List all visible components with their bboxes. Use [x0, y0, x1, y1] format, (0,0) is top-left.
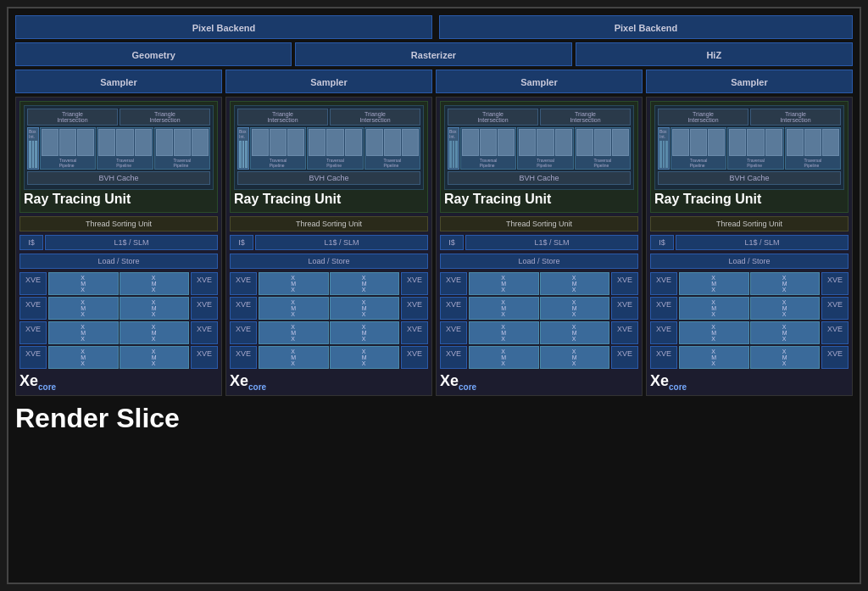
- rtu-inner-3: TriangleIntersection TriangleIntersectio…: [654, 105, 844, 190]
- cache-row-1: I$ L1$ / SLM: [230, 235, 428, 250]
- rtu-title-1: Ray Tracing Unit: [234, 192, 424, 207]
- hiz-label: HiZ: [706, 50, 721, 60]
- pixel-backend-right-label: Pixel Backend: [615, 23, 678, 33]
- cores-row: TriangleIntersection TriangleIntersectio…: [15, 97, 853, 396]
- slm-2: L1$ / SLM: [465, 235, 638, 250]
- rasterizer-label: Rasterizer: [411, 50, 456, 60]
- xve-center-0-1: XMX XMX: [48, 297, 189, 320]
- xve-0-3-left: XVE: [19, 346, 47, 369]
- tp-0-1: TraversalPipeline: [97, 127, 153, 170]
- tsu-0: Thread Sorting Unit: [19, 216, 218, 231]
- xve-row-0-2: XVE XMX XMX XVE: [19, 321, 218, 344]
- rtu-inner-1: TriangleIntersection TriangleIntersectio…: [234, 105, 424, 190]
- ls-3: Load / Store: [650, 254, 849, 269]
- slm-1: L1$ / SLM: [255, 235, 428, 250]
- xve-row-2-1: XVE XMXXMX XVE: [440, 297, 638, 320]
- geo-rast-hiz-row: Geometry Rasterizer HiZ: [15, 42, 853, 66]
- tri-int-1-0: TriangleIntersection: [237, 109, 328, 125]
- tp-0-2: TraversalPipeline: [154, 127, 210, 170]
- xve-1-0-right: XVE: [401, 272, 428, 295]
- cache-row-3: I$ L1$ / SLM: [650, 235, 849, 250]
- xe-label-2: Xecore: [440, 372, 638, 392]
- xve-row-1-0: XVE XMXXMX XVE: [230, 272, 428, 295]
- hiz-box: HiZ: [576, 42, 853, 66]
- tri-int-row-0: TriangleIntersection TriangleIntersectio…: [27, 109, 210, 125]
- sampler-3-label: Sampler: [731, 77, 767, 87]
- xve-0-2-right: XVE: [191, 321, 218, 344]
- tri-int-1-1: TriangleIntersection: [330, 109, 420, 125]
- xe-core-2: TriangleIntersection TriangleIntersectio…: [436, 97, 643, 396]
- tri-int-3-0: TriangleIntersection: [658, 109, 748, 125]
- rtu-2: TriangleIntersection TriangleIntersectio…: [440, 101, 638, 213]
- cache-row-2: I$ L1$ / SLM: [440, 235, 638, 250]
- sampler-1: Sampler: [225, 70, 432, 93]
- sampler-0: Sampler: [15, 70, 222, 93]
- render-slice-label: Render Slice: [15, 403, 180, 433]
- tp-1-1: TraversalPipeline: [307, 127, 363, 170]
- xve-row-0-0: XVE XMX XMX XVE: [19, 272, 218, 295]
- rtu-title-2: Ray Tracing Unit: [444, 192, 634, 207]
- xve-row-2-0: XVE XMXXMX XVE: [440, 272, 638, 295]
- bvh-cache-3: BVH Cache: [658, 171, 841, 185]
- main-container: Pixel Backend Pixel Backend Geometry Ras…: [7, 7, 861, 584]
- tri-int-3-1: TriangleIntersection: [750, 109, 841, 125]
- xe-label-3: Xecore: [650, 372, 849, 392]
- slm-0: L1$ / SLM: [45, 235, 218, 250]
- rtu-title-0: Ray Tracing Unit: [24, 192, 214, 207]
- tsu-3: Thread Sorting Unit: [650, 216, 849, 231]
- rtu-1: TriangleIntersection TriangleIntersectio…: [230, 101, 428, 213]
- xve-0-1-left: XVE: [19, 297, 47, 320]
- box-int-3-0: Box Int.: [658, 127, 670, 170]
- xve-row-0-1: XVE XMX XMX XVE: [19, 297, 218, 320]
- ls-1: Load / Store: [230, 254, 428, 269]
- tp-1-0: TraversalPipeline: [250, 127, 306, 170]
- rtu-title-3: Ray Tracing Unit: [654, 192, 844, 207]
- bvh-cache-1: BVH Cache: [237, 171, 420, 185]
- xve-row-3-2: XVE XMXXMX XVE: [650, 321, 849, 344]
- sampler-2: Sampler: [436, 70, 643, 93]
- xve-0-2-left: XVE: [19, 321, 47, 344]
- xve-row-2-2: XVE XMXXMX XVE: [440, 321, 638, 344]
- tri-int-2-0: TriangleIntersection: [448, 109, 538, 125]
- xve-cell-0-1-0: XMX: [48, 297, 119, 320]
- xve-cell-0-1-1: XMX: [120, 297, 190, 320]
- xve-0-1-right: XVE: [191, 297, 218, 320]
- tp-2-1: TraversalPipeline: [517, 127, 573, 170]
- xve-0-0-left: XVE: [19, 272, 47, 295]
- tri-int-row-1: TriangleIntersection TriangleIntersectio…: [237, 109, 420, 125]
- xve-row-2-3: XVE XMXXMX XVE: [440, 346, 638, 369]
- sampler-1-label: Sampler: [310, 77, 347, 87]
- tp-2-0: TraversalPipeline: [460, 127, 516, 170]
- ls-0: Load / Store: [19, 254, 218, 269]
- bvh-cache-0: BVH Cache: [27, 171, 210, 185]
- pixel-backend-right: Pixel Backend: [439, 15, 853, 39]
- xve-1-0-left: XVE: [230, 272, 257, 295]
- tri-int-2-1: TriangleIntersection: [540, 109, 631, 125]
- xve-row-0-3: XVE XMX XMX XVE: [19, 346, 218, 369]
- xe-core-1: TriangleIntersection TriangleIntersectio…: [225, 97, 432, 396]
- xve-cell-0-3-1: XMX: [120, 346, 190, 369]
- cache-row-0: I$ L1$ / SLM: [19, 235, 218, 250]
- box-int-1-0: Box Int.: [237, 127, 249, 170]
- xve-row-1-2: XVE XMXXMX XVE: [230, 321, 428, 344]
- xve-cell-0-2-1: XMX: [120, 321, 190, 344]
- rtu-3: TriangleIntersection TriangleIntersectio…: [650, 101, 849, 213]
- is-0: I$: [19, 235, 43, 250]
- bottom-title: Render Slice: [15, 403, 853, 434]
- rtu-inner-2: TriangleIntersection TriangleIntersectio…: [444, 105, 634, 190]
- is-2: I$: [440, 235, 464, 250]
- xe-label-1: Xecore: [230, 372, 428, 392]
- geometry-box: Geometry: [15, 42, 292, 66]
- tri-int-row-2: TriangleIntersection TriangleIntersectio…: [448, 109, 631, 125]
- tri-int-row-3: TriangleIntersection TriangleIntersectio…: [658, 109, 841, 125]
- ls-2: Load / Store: [440, 254, 638, 269]
- xve-center-0-0: XMX XMX: [48, 272, 189, 295]
- tri-int-0-0: TriangleIntersection: [27, 109, 118, 125]
- tp-0-0: TraversalPipeline: [40, 127, 96, 170]
- sampler-3: Sampler: [646, 70, 853, 93]
- top-section: Pixel Backend Pixel Backend: [15, 15, 853, 39]
- xve-row-3-3: XVE XMXXMX XVE: [650, 346, 849, 369]
- xve-0-0-right: XVE: [191, 272, 218, 295]
- bvh-cache-2: BVH Cache: [448, 171, 631, 185]
- xve-cell-0-0-0: XMX: [48, 272, 119, 295]
